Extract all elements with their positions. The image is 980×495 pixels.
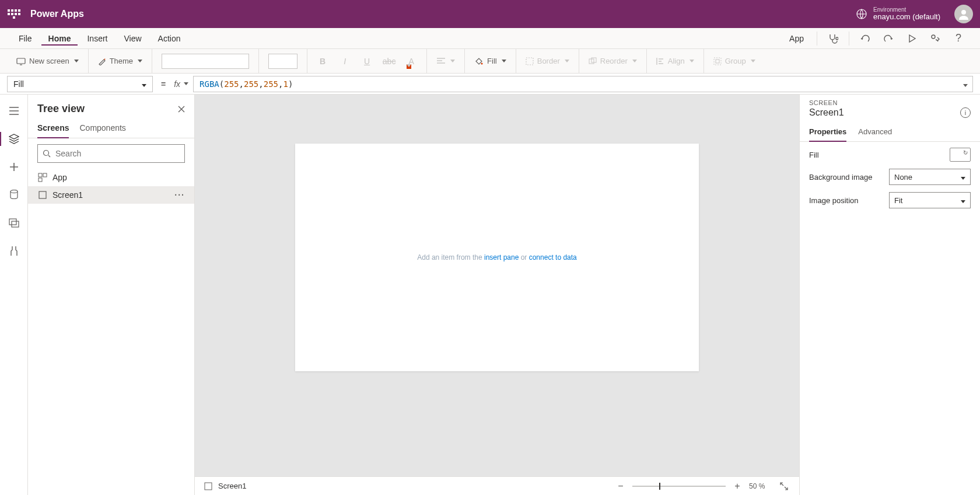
app-node-icon bbox=[37, 172, 48, 183]
environment-icon bbox=[856, 8, 867, 20]
environment-value: enayu.com (default) bbox=[873, 13, 940, 21]
formula-bar: Fill = fx RGBA(255, 255, 255, 1) bbox=[0, 74, 980, 95]
underline-button[interactable]: U bbox=[361, 55, 373, 67]
search-input[interactable] bbox=[54, 148, 180, 159]
italic-icon: I bbox=[344, 57, 346, 66]
equals-sign: = bbox=[158, 79, 169, 89]
share-button[interactable] bbox=[925, 29, 945, 48]
hamburger-icon bbox=[9, 107, 19, 115]
prop-imgpos-select[interactable]: Fit bbox=[889, 192, 971, 208]
new-screen-label: New screen bbox=[29, 57, 69, 65]
strikethrough-button[interactable]: abc bbox=[383, 55, 395, 67]
prop-imgpos-value: Fit bbox=[894, 196, 902, 205]
prop-fill-swatch[interactable] bbox=[950, 148, 971, 162]
undo-button[interactable] bbox=[855, 29, 875, 48]
fx-button[interactable]: fx bbox=[174, 79, 188, 89]
help-button[interactable]: ? bbox=[949, 29, 968, 48]
environment-picker[interactable]: Environment enayu.com (default) bbox=[856, 6, 940, 21]
tree-item-more-button[interactable]: ··· bbox=[174, 190, 185, 200]
user-avatar[interactable] bbox=[954, 5, 973, 23]
props-tab-advanced[interactable]: Advanced bbox=[858, 123, 892, 141]
prop-bgimage-label: Background image bbox=[809, 173, 872, 182]
rail-hamburger[interactable] bbox=[0, 99, 28, 123]
rail-insert[interactable] bbox=[0, 155, 28, 179]
app-launcher-icon[interactable] bbox=[7, 7, 21, 21]
props-object-name: Screen1 bbox=[809, 107, 844, 118]
info-button[interactable]: i bbox=[960, 107, 971, 118]
main-area: Tree view Screens Components App bbox=[0, 95, 980, 495]
font-family-select[interactable] bbox=[162, 54, 249, 69]
share-icon bbox=[930, 33, 940, 44]
play-button[interactable] bbox=[902, 29, 922, 48]
fill-button[interactable]: Fill bbox=[474, 57, 506, 66]
zoom-slider[interactable] bbox=[632, 486, 726, 487]
tree-list: App Screen1 ··· bbox=[28, 169, 194, 495]
tree-search[interactable] bbox=[37, 144, 185, 163]
separator bbox=[849, 32, 849, 46]
insert-pane-link[interactable]: insert pane bbox=[484, 253, 519, 262]
data-icon bbox=[9, 190, 19, 200]
play-icon bbox=[907, 34, 916, 43]
canvas[interactable]: Add an item from the insert pane or conn… bbox=[295, 144, 699, 371]
property-select[interactable]: Fill bbox=[7, 76, 153, 92]
font-color-icon: A bbox=[408, 57, 414, 66]
reorder-button[interactable]: Reorder bbox=[589, 57, 637, 65]
menu-home[interactable]: Home bbox=[41, 32, 78, 46]
fill-label: Fill bbox=[487, 57, 497, 65]
prop-imgpos-label: Image position bbox=[809, 196, 859, 205]
svg-rect-12 bbox=[9, 219, 16, 225]
menu-file[interactable]: File bbox=[12, 32, 39, 46]
props-tab-properties[interactable]: Properties bbox=[809, 123, 846, 142]
svg-rect-10 bbox=[716, 60, 719, 63]
underline-icon: U bbox=[364, 57, 370, 66]
tree-item-screen1[interactable]: Screen1 ··· bbox=[28, 186, 194, 204]
chevron-down-icon bbox=[960, 196, 965, 205]
theme-label: Theme bbox=[110, 57, 133, 65]
fit-to-window-button[interactable] bbox=[778, 480, 790, 492]
formula-input[interactable]: RGBA(255, 255, 255, 1) bbox=[193, 76, 973, 92]
theme-button[interactable]: Theme bbox=[98, 57, 142, 65]
redo-button[interactable] bbox=[878, 29, 898, 48]
svg-point-14 bbox=[44, 151, 49, 156]
app-checker-button[interactable] bbox=[823, 29, 843, 48]
undo-icon bbox=[860, 33, 870, 44]
zoom-in-button[interactable]: + bbox=[732, 480, 743, 492]
expand-icon bbox=[780, 482, 788, 490]
chevron-down-icon bbox=[141, 79, 146, 89]
chevron-down-icon bbox=[960, 173, 965, 182]
redo-icon bbox=[883, 33, 894, 44]
menu-action[interactable]: Action bbox=[151, 32, 188, 46]
new-screen-button[interactable]: New screen bbox=[16, 57, 79, 66]
zoom-out-button[interactable]: − bbox=[615, 480, 626, 492]
close-panel-button[interactable] bbox=[178, 106, 185, 113]
rail-media[interactable] bbox=[0, 211, 28, 235]
menu-insert[interactable]: Insert bbox=[80, 32, 114, 46]
connect-data-link[interactable]: connect to data bbox=[529, 253, 577, 262]
menu-app[interactable]: App bbox=[782, 32, 811, 46]
border-icon bbox=[526, 57, 534, 65]
rail-data[interactable] bbox=[0, 183, 28, 207]
svg-rect-13 bbox=[12, 221, 19, 227]
svg-rect-15 bbox=[38, 173, 42, 177]
tab-screens[interactable]: Screens bbox=[37, 118, 69, 138]
border-button[interactable]: Border bbox=[526, 57, 569, 65]
expand-formula-button[interactable] bbox=[962, 79, 968, 89]
text-align-button[interactable] bbox=[436, 57, 455, 65]
font-size-select[interactable] bbox=[268, 54, 298, 69]
property-select-value: Fill bbox=[13, 79, 24, 89]
tree-item-label: Screen1 bbox=[52, 190, 83, 200]
prop-bgimage-select[interactable]: None bbox=[889, 169, 971, 185]
plus-icon bbox=[9, 162, 19, 172]
tab-components[interactable]: Components bbox=[79, 118, 125, 138]
tree-item-app[interactable]: App bbox=[28, 169, 194, 186]
svg-rect-19 bbox=[205, 483, 212, 490]
font-color-button[interactable]: A bbox=[405, 55, 417, 67]
rail-advanced-tools[interactable] bbox=[0, 239, 28, 263]
align-button[interactable]: Align bbox=[656, 57, 694, 65]
screen-node-icon bbox=[37, 190, 48, 200]
rail-tree-view[interactable] bbox=[0, 127, 28, 151]
bold-button[interactable]: B bbox=[317, 55, 328, 67]
italic-button[interactable]: I bbox=[339, 55, 351, 67]
group-button[interactable]: Group bbox=[713, 57, 755, 65]
menu-view[interactable]: View bbox=[117, 32, 148, 46]
